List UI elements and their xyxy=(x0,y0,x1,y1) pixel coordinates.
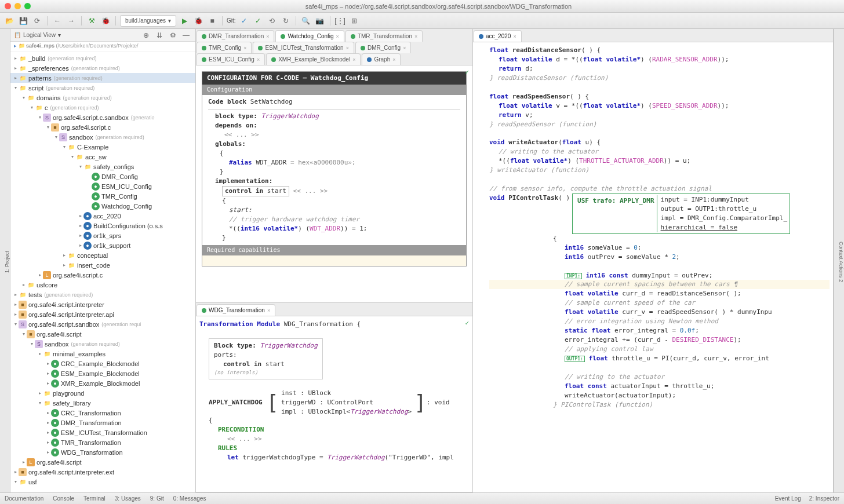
open-icon[interactable]: 📂 xyxy=(3,15,15,27)
tree-item[interactable]: ▸●DMR_Transformation xyxy=(10,418,195,428)
watchdog-config-editor[interactable]: ✓ CONFIGURATION FOR C-CODE – Watchdog_Co… xyxy=(196,65,472,302)
wdg-transformation-editor[interactable]: ✓ Transformation Module WDG_Transformati… xyxy=(196,316,472,492)
status-documentation[interactable]: Documentation xyxy=(5,495,43,502)
tree-item[interactable]: ▸●ESM_ICUTest_Transformation xyxy=(10,428,195,437)
tree-item[interactable]: ▸Lorg.safe4i.script xyxy=(10,457,195,467)
tree-item[interactable]: ●DMR_Config xyxy=(10,171,195,181)
project-tree[interactable]: ▸📁_build(generation required)▸📁_sprefere… xyxy=(10,52,195,492)
tree-item[interactable]: ▾Ssandbox(generation required) xyxy=(10,339,195,349)
tree-item[interactable]: ●ESM_ICU_Config xyxy=(10,181,195,191)
close-tab-icon[interactable]: × xyxy=(346,45,349,51)
close-tab-icon[interactable]: × xyxy=(267,308,270,313)
close-tab-icon[interactable]: × xyxy=(266,34,269,39)
tree-item[interactable]: ▾📁c(generation required) xyxy=(10,103,195,112)
search-icon[interactable]: 🔍 xyxy=(300,15,312,27)
gutter-context-actions[interactable]: Context Actions 2 xyxy=(838,239,844,284)
back-icon[interactable]: ← xyxy=(52,15,63,27)
status-messages[interactable]: 0: Messages xyxy=(173,495,206,502)
close-tab-icon[interactable]: × xyxy=(257,57,260,63)
editor-tab[interactable]: Watchdog_Config× xyxy=(275,30,344,42)
forward-icon[interactable]: → xyxy=(66,15,77,27)
misc2-icon[interactable]: ⊞ xyxy=(348,15,360,27)
tree-item[interactable]: ▾■org.safe4i.script.c xyxy=(10,122,195,132)
status-console[interactable]: Console xyxy=(53,495,74,502)
tree-item[interactable]: ▾📁script(generation required) xyxy=(10,83,195,93)
status-usages[interactable]: 3: Usages xyxy=(115,495,141,502)
tree-item[interactable]: ▸●XMR_Example_Blockmodel xyxy=(10,378,195,388)
hide-icon[interactable]: — xyxy=(180,30,192,41)
status-terminal[interactable]: Terminal xyxy=(83,495,106,502)
stop-icon[interactable]: ■ xyxy=(206,15,218,27)
target-icon[interactable]: ⊕ xyxy=(140,30,152,41)
editor-tab[interactable]: WDG_Transformation× xyxy=(197,304,275,316)
zoom-icon[interactable] xyxy=(24,3,31,9)
tree-item[interactable]: ▾Sorg.safe4i.script.c.sandbox(generatio xyxy=(10,112,195,122)
minimize-icon[interactable] xyxy=(14,3,21,9)
tree-item[interactable]: ▾Ssandbox(generation required) xyxy=(10,132,195,142)
editor-tab[interactable]: Graph× xyxy=(362,53,401,65)
tree-item[interactable]: ▸●or1k_support xyxy=(10,240,195,250)
editor-tab[interactable]: TMR_Config× xyxy=(197,42,252,53)
tree-item[interactable]: ▾Sorg.safe4i.script.sandbox(generation r… xyxy=(10,319,195,329)
tree-item[interactable]: ▸●BuildConfiguration (o.s.s xyxy=(10,221,195,231)
tree-item[interactable]: ▸●acc_2020 xyxy=(10,211,195,221)
tree-item[interactable]: ▸📁usfcore xyxy=(10,280,195,290)
view-selector[interactable]: 📋 Logical View ▾ xyxy=(14,32,61,38)
git-update-icon[interactable]: ✓ xyxy=(238,15,250,27)
close-tab-icon[interactable]: × xyxy=(403,45,406,51)
save-icon[interactable]: 💾 xyxy=(17,15,29,27)
tree-item[interactable]: ▾📁usf xyxy=(10,477,195,487)
close-tab-icon[interactable]: × xyxy=(392,57,395,63)
close-tab-icon[interactable]: × xyxy=(513,34,516,39)
refresh-icon[interactable]: ⟳ xyxy=(31,15,43,27)
tree-item[interactable]: ▸■org.safe4i.script.interpreter.ext xyxy=(10,467,195,477)
tree-item[interactable]: ▸●CRC_Transformation xyxy=(10,408,195,418)
collapse-icon[interactable]: ⇊ xyxy=(154,30,165,41)
tree-item[interactable]: ●Watchdog_Config xyxy=(10,201,195,211)
misc1-icon[interactable]: [⋮] xyxy=(334,15,346,27)
tree-item[interactable]: ▸📁_build(generation required) xyxy=(10,53,195,63)
git-revert-icon[interactable]: ↻ xyxy=(280,15,292,27)
tree-item[interactable]: ●TMR_Config xyxy=(10,191,195,201)
status-event-log[interactable]: Event Log xyxy=(775,495,801,502)
git-commit-icon[interactable]: ✓ xyxy=(252,15,264,27)
tree-item[interactable]: ▾📁safety_library xyxy=(10,398,195,408)
tree-item[interactable]: ▾📁acc_sw xyxy=(10,152,195,162)
tree-item[interactable]: ▾📁domains(generation required) xyxy=(10,93,195,103)
close-tab-icon[interactable]: × xyxy=(336,34,339,39)
tree-item[interactable]: ▸📁_spreferences(generation required) xyxy=(10,63,195,73)
git-history-icon[interactable]: ⟲ xyxy=(266,15,278,27)
editor-tab[interactable]: ESM_ICU_Config× xyxy=(197,53,265,65)
gear-icon[interactable]: ⚙ xyxy=(167,30,179,41)
tree-item[interactable]: ▸●TMR_Transformation xyxy=(10,437,195,447)
tree-item[interactable]: ▸📁playground xyxy=(10,388,195,398)
status-inspector[interactable]: 2: Inspector xyxy=(809,495,839,502)
close-tab-icon[interactable]: × xyxy=(414,34,417,39)
debug-icon[interactable]: 🐞 xyxy=(192,15,204,27)
editor-tab[interactable]: XMR_Example_Blockmodel× xyxy=(266,53,361,65)
tree-item[interactable]: ▸📁insert_code xyxy=(10,260,195,270)
tree-item[interactable]: ▸📁patterns(generation required) xyxy=(10,73,195,83)
tree-item[interactable]: ▸●WDG_Transformation xyxy=(10,447,195,457)
tree-item[interactable]: ▸■org.safe4i.script.interpreter xyxy=(10,300,195,309)
editor-tab[interactable]: TMR_Transformation× xyxy=(345,30,423,42)
run-config-select[interactable]: build.languages ▾ xyxy=(120,15,176,27)
bug-icon[interactable]: 🐞 xyxy=(100,15,111,27)
camera-icon[interactable]: 📷 xyxy=(314,15,326,27)
tree-item[interactable]: ▾■org.safe4i.script xyxy=(10,329,195,339)
close-icon[interactable] xyxy=(5,3,11,9)
tree-item[interactable]: ▸●or1k_sprs xyxy=(10,231,195,240)
editor-tab[interactable]: ESM_ICUTest_Transformation× xyxy=(253,42,354,53)
tree-item[interactable]: ▾📁safety_configs xyxy=(10,162,195,171)
gutter-project[interactable]: 1: Project xyxy=(4,249,10,275)
acc-2020-editor[interactable]: float readDistanceSensor( ) { float vola… xyxy=(473,42,833,492)
tree-item[interactable]: ▸📁tests(generation required) xyxy=(10,290,195,300)
tree-item[interactable]: ▸■org.safe4i.script.interpreter.api xyxy=(10,309,195,319)
tree-item[interactable]: ▸📁conceptual xyxy=(10,250,195,260)
run-icon[interactable]: ▶ xyxy=(179,15,190,27)
tree-item[interactable]: ▸📁minimal_examples xyxy=(10,349,195,359)
tree-item[interactable]: ▸●CRC_Example_Blockmodel xyxy=(10,359,195,368)
status-git[interactable]: 9: Git xyxy=(150,495,164,502)
hammer-icon[interactable]: ⚒ xyxy=(86,15,97,27)
tree-item[interactable]: ▸Lorg.safe4i.script.c xyxy=(10,270,195,280)
